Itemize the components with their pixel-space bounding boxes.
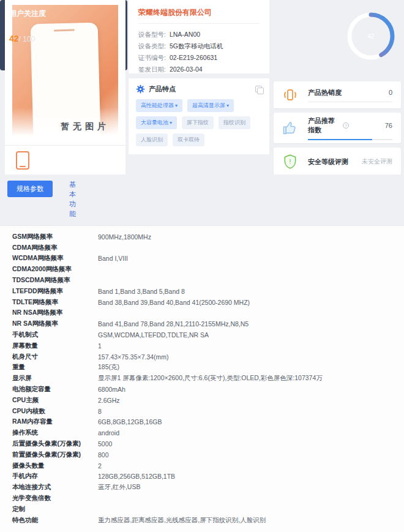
spec-row: TDSCDMA网络频率 bbox=[0, 275, 404, 286]
spec-value: Band 1,Band 3,Band 5,Band 8 bbox=[98, 288, 185, 295]
device-info-value: 02-E219-260631 bbox=[170, 52, 217, 64]
info-icon[interactable]: ? bbox=[343, 122, 349, 129]
spec-value: android bbox=[98, 429, 119, 436]
feature-tag[interactable]: 高性能处理器▾ bbox=[136, 99, 182, 112]
feature-tag[interactable]: 大容量电池▾ bbox=[136, 116, 177, 129]
recommend-progress-fill bbox=[308, 139, 372, 140]
spec-value: 900MHz,1800MHz bbox=[98, 233, 151, 241]
feature-tag-label: 超高清显示屏 bbox=[192, 102, 225, 108]
spec-row: 操作系统android bbox=[0, 427, 404, 438]
product-detail-page: 暂无图片 荣耀终端股份有限公司 设备型号:LNA-AN00设备类型:5G数字移动… bbox=[0, 0, 404, 532]
no-image-label: 暂无图片 bbox=[12, 121, 110, 132]
spec-row: 特色功能重力感应器,距离感应器,光线感应器,屏下指纹识别,人脸识别 bbox=[0, 515, 404, 526]
device-info-row: 设备型号:LNA-AN00 bbox=[138, 29, 260, 40]
device-info-row: 证书编号:02-E219-260631 bbox=[138, 52, 260, 64]
spec-label: 显示屏 bbox=[12, 374, 98, 383]
security-title: 安全等级评测 bbox=[308, 157, 362, 167]
feature-tag-label: 人脸识别 bbox=[141, 137, 163, 143]
device-info-value: 2026-03-04 bbox=[170, 64, 203, 75]
spec-label: RAM内存容量 bbox=[12, 418, 98, 426]
device-info-label: 设备类型: bbox=[138, 40, 166, 52]
features-header: 产品特点 bbox=[136, 84, 262, 94]
thumb-up-icon bbox=[281, 119, 299, 137]
spec-value: Band 41,Band 78,Band 28,N1,2110-2155MHz,… bbox=[98, 320, 249, 328]
spec-row: CDMA网络频率 bbox=[0, 242, 404, 253]
product-image-placeholder: 暂无图片 bbox=[12, 5, 118, 141]
feature-tag-label: 大容量电池 bbox=[141, 119, 168, 126]
recommend-title: 产品推荐指数 bbox=[308, 116, 340, 135]
spec-row: CPU内核数8 bbox=[0, 406, 404, 417]
spec-row: 电池额定容量6800mAh bbox=[0, 384, 404, 395]
gear-icon bbox=[136, 84, 145, 94]
spec-row: CDMA2000网络频率 bbox=[0, 264, 404, 275]
spec-label: 后置摄像头像素(万像素) bbox=[12, 440, 98, 448]
device-info-value: LNA-AN00 bbox=[170, 29, 200, 40]
security-card: ! 安全等级评测 未安全评测 bbox=[274, 148, 401, 176]
image-thumbnail[interactable] bbox=[16, 151, 29, 170]
security-value: 未安全评测 bbox=[362, 157, 392, 166]
spec-label: 重量 bbox=[12, 363, 98, 372]
feature-tag: 屏下指纹 bbox=[182, 116, 214, 129]
hot-sale-underline bbox=[308, 102, 392, 102]
spec-label: CDMA网络频率 bbox=[12, 244, 98, 252]
spec-value: 2.6GHz bbox=[98, 397, 120, 404]
spec-value: 显示屏1 屏幕像素:1200×2600,尺寸:6.6(英寸),类型:OLED,彩… bbox=[98, 374, 323, 383]
company-name-link[interactable]: 荣耀终端股份有限公司 bbox=[138, 7, 260, 24]
spec-row: 定制 bbox=[0, 504, 404, 515]
spec-value: 1 bbox=[98, 342, 102, 350]
device-info-fields: 设备型号:LNA-AN00设备类型:5G数字移动电话机证书编号:02-E219-… bbox=[138, 29, 260, 75]
spec-row: 机身尺寸157.43×75.35×7.34(mm) bbox=[0, 351, 404, 362]
spec-label: TDSCDMA网络频率 bbox=[12, 276, 98, 285]
spec-label: GSM网络频率 bbox=[12, 233, 98, 241]
spec-label: 前置摄像头像素(万像素) bbox=[12, 451, 98, 459]
spec-value: 185(克) bbox=[98, 363, 119, 372]
spec-value: Band I,VIII bbox=[98, 255, 128, 262]
spec-row: 后置摄像头像素(万像素)5000 bbox=[0, 438, 404, 449]
spec-value: 128GB,256GB,512GB,1TB bbox=[98, 473, 175, 480]
hot-sale-card: 产品热销度 0 bbox=[274, 81, 401, 108]
spec-label: 机身尺寸 bbox=[12, 353, 98, 361]
spec-value: Band 38,Band 39,Band 40,Band 41(2500-269… bbox=[98, 299, 250, 306]
hot-sale-title: 产品热销度 bbox=[308, 88, 389, 97]
spec-label: NR SA网络频率 bbox=[12, 320, 98, 328]
tab-basic-functions[interactable]: 基本功能 bbox=[69, 179, 77, 219]
spec-label: 光学变焦倍数 bbox=[12, 494, 98, 503]
spec-row: RAM内存容量6GB,8GB,12GB,16GB bbox=[0, 417, 404, 428]
recommend-body: 产品推荐指数 ? 76 bbox=[308, 116, 392, 140]
spec-row: 摄像头数量2 bbox=[0, 460, 404, 471]
spec-label: TDLTE网络频率 bbox=[12, 298, 98, 307]
spec-value: 800 bbox=[98, 451, 109, 459]
spec-row: GSM网络频率900MHz,1800MHz bbox=[0, 231, 404, 242]
spec-label: CPU内核数 bbox=[12, 407, 98, 416]
spec-row: CPU主频2.6GHz bbox=[0, 395, 404, 406]
compare-icon[interactable] bbox=[255, 86, 262, 92]
attention-score: 42/ 100 bbox=[9, 34, 35, 43]
feature-tag[interactable]: 超高清显示屏▾ bbox=[187, 99, 234, 112]
feature-tag-label: 高性能处理器 bbox=[141, 102, 174, 108]
spec-label: 操作系统 bbox=[12, 429, 98, 437]
spec-row: 光学变焦倍数 bbox=[0, 493, 404, 504]
device-info-label: 设备型号: bbox=[138, 29, 166, 40]
recommend-card: 产品推荐指数 ? 76 bbox=[274, 113, 401, 143]
product-features-card: 产品特点 高性能处理器▾超高清显示屏▾大容量电池▾屏下指纹指纹识别人脸识别双卡双… bbox=[129, 78, 269, 154]
spec-label: 手机内存 bbox=[12, 472, 98, 481]
spec-value: 2 bbox=[98, 462, 102, 470]
spec-row: 屏幕数量1 bbox=[0, 340, 404, 351]
tab-spec-params[interactable]: 规格参数 bbox=[7, 181, 53, 197]
feature-tag: 人脸识别 bbox=[136, 133, 168, 146]
device-info-label: 签发日期: bbox=[138, 64, 166, 75]
spec-label: 手机制式 bbox=[12, 331, 98, 339]
gauge-center-value: 42 bbox=[367, 33, 375, 40]
spec-row: 手机制式GSM,WCDMA,LTEFDD,TDLTE,NR SA bbox=[0, 329, 404, 340]
spec-row: NR NSA网络频率 bbox=[0, 308, 404, 319]
spec-value: 6GB,8GB,12GB,16GB bbox=[98, 418, 162, 425]
product-image-card: 暂无图片 bbox=[5, 0, 125, 174]
spec-label: 屏幕数量 bbox=[12, 342, 98, 350]
attention-score-value: 42 bbox=[9, 34, 19, 43]
spec-label: 特色功能 bbox=[12, 516, 98, 525]
device-info-row: 设备类型:5G数字移动电话机 bbox=[138, 40, 260, 52]
security-body: 安全等级评测 未安全评测 bbox=[308, 157, 392, 167]
spec-label: CDMA2000网络频率 bbox=[12, 265, 98, 274]
shield-icon: ! bbox=[281, 152, 299, 171]
spec-row: WCDMA网络频率Band I,VIII bbox=[0, 253, 404, 264]
